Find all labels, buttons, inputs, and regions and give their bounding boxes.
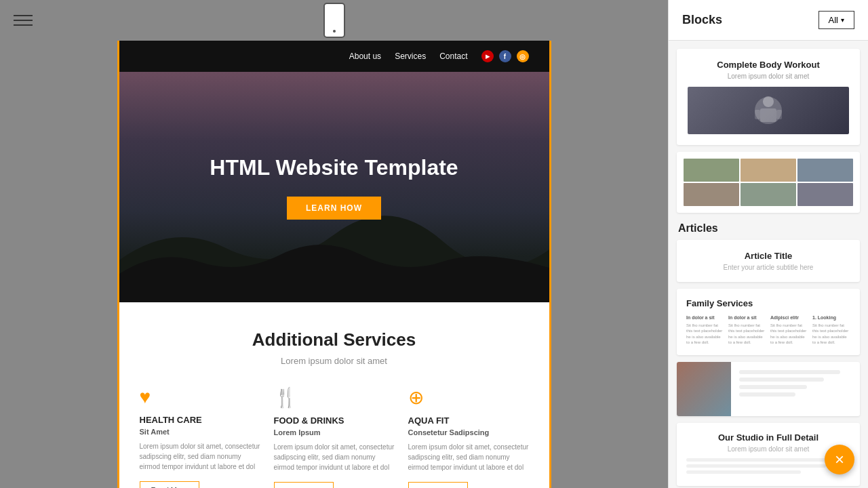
- family-col-2-text: Sit lho number fat this text placeholder…: [728, 323, 766, 346]
- youtube-icon[interactable]: ▶: [481, 50, 494, 62]
- hamburger-menu[interactable]: [14, 15, 33, 26]
- photo-cell-4: [684, 183, 739, 206]
- rss-icon[interactable]: ◎: [517, 50, 529, 62]
- svg-rect-1: [760, 108, 776, 122]
- photo-cell-5: [741, 183, 796, 206]
- nav-about[interactable]: About us: [349, 52, 381, 61]
- services-subtitle: Lorem ipsum dolor sit amet: [140, 356, 529, 366]
- svg-rect-3: [776, 110, 782, 119]
- heart-icon: ♥: [140, 386, 260, 408]
- service-name-aqua: AQUA FIT: [408, 415, 529, 426]
- svg-point-0: [763, 96, 774, 107]
- services-section: Additional Services Lorem ipsum dolor si…: [119, 302, 549, 488]
- service-name-health: HEALTH CARE: [140, 415, 260, 425]
- services-grid: ♥ HEALTH CARE Sit Amet Lorem ipsum dolor…: [140, 386, 529, 488]
- photo-grid: [684, 159, 853, 206]
- yoga-text-line-4: [739, 392, 795, 396]
- photo-cell-1: [684, 159, 739, 182]
- right-panel: Blocks All Complete Body Workout Lorem i…: [668, 0, 868, 488]
- block-card-workout[interactable]: Complete Body Workout Lorem ipsum dolor …: [677, 49, 860, 145]
- service-desc-aqua: Lorem ipsum dolor sit amet, consectetur …: [408, 442, 529, 472]
- all-filter-button[interactable]: All: [818, 11, 854, 29]
- service-card-aqua: ⊕ AQUA FIT Consetetur Sadipscing Lorem i…: [408, 386, 529, 488]
- photo-cell-6: [797, 183, 853, 206]
- workout-image: [688, 87, 849, 134]
- device-frame-icon: [323, 3, 345, 38]
- top-bar: [0, 0, 668, 41]
- family-col-1-header: In dolor a sit: [686, 315, 724, 320]
- hero-section: HTML Website Template LEARN HOW: [119, 72, 549, 302]
- family-col-2-header: In dolor a sit: [728, 315, 766, 320]
- read-more-aqua[interactable]: Read More: [408, 482, 468, 488]
- photo-cell-2: [741, 159, 796, 182]
- yoga-text-line-1: [739, 370, 840, 374]
- family-col-1: In dolor a sit Sit lho number fat this t…: [686, 315, 724, 346]
- panel-content: Complete Body Workout Lorem ipsum dolor …: [669, 41, 868, 488]
- service-tagline-health: Sit Amet: [140, 428, 260, 436]
- yoga-text-line-2: [739, 378, 824, 382]
- social-icons: ▶ f ◎: [481, 50, 529, 62]
- block-card-article[interactable]: Article Title Enter your article subtitl…: [677, 240, 860, 282]
- nav-services[interactable]: Services: [395, 52, 426, 61]
- yoga-text-line-3: [739, 385, 807, 389]
- studio-title: Our Studio in Full Detail: [686, 432, 850, 443]
- articles-section-label: Articles: [677, 222, 860, 235]
- family-col-2: In dolor a sit Sit lho number fat this t…: [728, 315, 766, 346]
- site-nav: About us Services Contact ▶ f ◎: [119, 41, 549, 72]
- yoga-image: [677, 362, 731, 416]
- family-card-title: Family Services: [686, 298, 850, 308]
- service-card-health: ♥ HEALTH CARE Sit Amet Lorem ipsum dolor…: [140, 386, 260, 488]
- family-cols: In dolor a sit Sit lho number fat this t…: [686, 315, 850, 346]
- facebook-icon[interactable]: f: [499, 50, 511, 62]
- panel-header: Blocks All: [669, 0, 868, 41]
- svg-rect-2: [755, 110, 760, 119]
- services-title: Additional Services: [140, 329, 529, 350]
- fab-button[interactable]: ×: [825, 445, 854, 474]
- block-card-family[interactable]: Family Services In dolor a sit Sit lho n…: [677, 289, 860, 355]
- block-card-yoga[interactable]: [677, 362, 860, 416]
- hero-cta-button[interactable]: LEARN HOW: [287, 197, 381, 220]
- block-card-workout-title: Complete Body Workout: [688, 60, 849, 70]
- service-tagline-food: Lorem Ipsum: [274, 428, 395, 436]
- hero-title: HTML Website Template: [210, 155, 458, 180]
- service-desc-health: Lorem ipsum dolor sit amet, consectetur …: [140, 441, 260, 472]
- studio-line-2: [686, 464, 826, 468]
- family-col-4-text: Sit lho number fat this text placeholder…: [812, 323, 850, 346]
- studio-line-3: [686, 470, 801, 474]
- editor-area: About us Services Contact ▶ f ◎ HTML Web…: [0, 0, 668, 488]
- family-col-4-header: 1. Looking: [812, 315, 850, 320]
- article-subtitle: Enter your article subtitle here: [688, 264, 849, 271]
- fork-icon: 🍴: [274, 386, 395, 409]
- website-preview: About us Services Contact ▶ f ◎ HTML Web…: [117, 41, 551, 488]
- service-card-food: 🍴 FOOD & DRINKS Lorem Ipsum Lorem ipsum …: [274, 386, 395, 488]
- family-col-3-header: Adipisci elitr: [770, 315, 808, 320]
- read-more-food[interactable]: Read More: [274, 482, 334, 488]
- studio-subtitle: Lorem ipsum dolor sit amet: [686, 445, 850, 453]
- lifebuoy-icon: ⊕: [408, 386, 529, 409]
- family-col-3-text: Sit lho number fat this text placeholder…: [770, 323, 808, 346]
- block-card-photos[interactable]: [677, 152, 860, 213]
- family-col-4: 1. Looking Sit lho number fat this text …: [812, 315, 850, 346]
- panel-title: Blocks: [682, 13, 722, 27]
- service-tagline-aqua: Consetetur Sadipscing: [408, 428, 529, 436]
- block-card-workout-subtitle: Lorem ipsum dolor sit amet: [688, 73, 849, 80]
- yoga-text-area: [731, 362, 860, 416]
- photo-cell-3: [797, 159, 853, 182]
- service-desc-food: Lorem ipsum dolor sit amet, consectetur …: [274, 442, 395, 472]
- nav-contact[interactable]: Contact: [439, 52, 467, 61]
- service-name-food: FOOD & DRINKS: [274, 415, 395, 426]
- family-col-1-text: Sit lho number fat this text placeholder…: [686, 323, 724, 346]
- family-col-3: Adipisci elitr Sit lho number fat this t…: [770, 315, 808, 346]
- read-more-health[interactable]: Read More: [140, 481, 199, 488]
- article-title: Article Title: [688, 251, 849, 261]
